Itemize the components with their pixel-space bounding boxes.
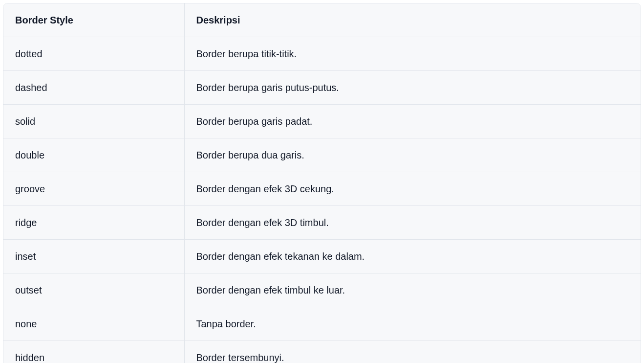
table-row: ridge Border dengan efek 3D timbul. [3, 206, 641, 240]
table-row: hidden Border tersembunyi. [3, 341, 641, 363]
cell-description: Border berupa dua garis. [184, 138, 641, 172]
cell-description: Border tersembunyi. [184, 341, 641, 363]
cell-style: inset [3, 240, 184, 273]
table-row: solid Border berupa garis padat. [3, 105, 641, 138]
cell-description: Border dengan efek 3D cekung. [184, 172, 641, 206]
table-row: dashed Border berupa garis putus-putus. [3, 71, 641, 105]
cell-style: hidden [3, 341, 184, 363]
cell-style: double [3, 138, 184, 172]
cell-style: dotted [3, 37, 184, 71]
cell-description: Border dengan efek 3D timbul. [184, 206, 641, 240]
header-description: Deskripsi [184, 3, 641, 37]
table-row: double Border berupa dua garis. [3, 138, 641, 172]
cell-description: Tanpa border. [184, 307, 641, 341]
table-row: inset Border dengan efek tekanan ke dala… [3, 240, 641, 273]
header-border-style: Border Style [3, 3, 184, 37]
table-row: outset Border dengan efek timbul ke luar… [3, 273, 641, 307]
border-style-table-wrapper: Border Style Deskripsi dotted Border ber… [3, 3, 641, 363]
cell-description: Border dengan efek tekanan ke dalam. [184, 240, 641, 273]
cell-style: groove [3, 172, 184, 206]
table-header-row: Border Style Deskripsi [3, 3, 641, 37]
cell-style: none [3, 307, 184, 341]
cell-style: solid [3, 105, 184, 138]
cell-description: Border berupa titik-titik. [184, 37, 641, 71]
cell-style: dashed [3, 71, 184, 105]
table-row: none Tanpa border. [3, 307, 641, 341]
border-style-table: Border Style Deskripsi dotted Border ber… [3, 3, 641, 363]
cell-style: ridge [3, 206, 184, 240]
table-row: groove Border dengan efek 3D cekung. [3, 172, 641, 206]
cell-description: Border dengan efek timbul ke luar. [184, 273, 641, 307]
cell-description: Border berupa garis padat. [184, 105, 641, 138]
cell-style: outset [3, 273, 184, 307]
table-row: dotted Border berupa titik-titik. [3, 37, 641, 71]
cell-description: Border berupa garis putus-putus. [184, 71, 641, 105]
